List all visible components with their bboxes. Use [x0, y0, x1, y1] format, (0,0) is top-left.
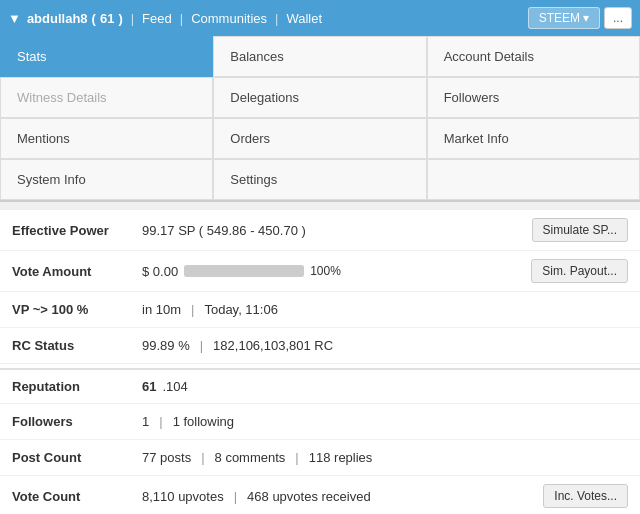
menu-item-balances[interactable]: Balances	[213, 36, 426, 77]
menu-item-market-info[interactable]: Market Info	[427, 118, 640, 159]
followers-sep: |	[159, 414, 162, 429]
rc-value2: 182,106,103,801 RC	[213, 338, 333, 353]
vote-pct-text: 100%	[310, 264, 341, 278]
row-vp: VP ~> 100 % in 10m | Today, 11:06	[0, 292, 640, 328]
post-count-v2: 8 comments	[215, 450, 286, 465]
vote-count-sep: |	[234, 489, 237, 504]
value-rc-status: 99.89 % | 182,106,103,801 RC	[142, 338, 628, 353]
value-vote-amount: $ 0.00 100%	[142, 264, 531, 279]
rep-suffix: .104	[162, 379, 187, 394]
rc-sep: |	[200, 338, 203, 353]
nav-right: STEEM ▾ ...	[528, 7, 632, 29]
menu-item-stats[interactable]: Stats	[0, 36, 213, 77]
platform-arrow: ▾	[583, 11, 589, 25]
value-reputation: 61.104	[142, 379, 628, 394]
label-vote-amount: Vote Amount	[12, 264, 142, 279]
btn-inc-votes[interactable]: Inc. Votes...	[543, 484, 628, 508]
label-post-count: Post Count	[12, 450, 142, 465]
label-effective-power: Effective Power	[12, 223, 142, 238]
menu-item-delegations[interactable]: Delegations	[213, 77, 426, 118]
row-followers: Followers 1 | 1 following	[0, 404, 640, 440]
user-level: 61	[100, 11, 114, 26]
menu-item-empty	[427, 159, 640, 200]
btn-sim-payout[interactable]: Sim. Payout...	[531, 259, 628, 283]
nav-sep-1: |	[131, 11, 134, 26]
nav-link-wallet[interactable]: Wallet	[286, 11, 322, 26]
nav-link-communities[interactable]: Communities	[191, 11, 267, 26]
dots-button[interactable]: ...	[604, 7, 632, 29]
value-effective-power: 99.17 SP ( 549.86 - 450.70 )	[142, 223, 532, 238]
top-nav: ▼ abdullah8 (61) | Feed | Communities | …	[0, 0, 640, 36]
menu-item-mentions[interactable]: Mentions	[0, 118, 213, 159]
menu-item-orders[interactable]: Orders	[213, 118, 426, 159]
label-followers: Followers	[12, 414, 142, 429]
row-reputation: Reputation 61.104	[0, 368, 640, 404]
vote-bar	[184, 265, 304, 277]
rc-value1: 99.89 %	[142, 338, 190, 353]
followers-value1: 1	[142, 414, 149, 429]
vote-count-v2: 468 upvotes received	[247, 489, 371, 504]
label-reputation: Reputation	[12, 379, 142, 394]
stats-content: Effective Power 99.17 SP ( 549.86 - 450.…	[0, 210, 640, 514]
vote-count-v1: 8,110 upvotes	[142, 489, 224, 504]
menu-item-witness-details: Witness Details	[0, 77, 213, 118]
nav-sep-2: |	[180, 11, 183, 26]
post-sep1: |	[201, 450, 204, 465]
platform-label: STEEM	[539, 11, 580, 25]
platform-button[interactable]: STEEM ▾	[528, 7, 600, 29]
post-sep2: |	[295, 450, 298, 465]
value-followers: 1 | 1 following	[142, 414, 628, 429]
followers-value2: 1 following	[173, 414, 234, 429]
row-rc-status: RC Status 99.89 % | 182,106,103,801 RC	[0, 328, 640, 364]
row-post-count: Post Count 77 posts | 8 comments | 118 r…	[0, 440, 640, 476]
menu-grid: Stats Balances Account Details Witness D…	[0, 36, 640, 202]
btn-simulate-sp[interactable]: Simulate SP...	[532, 218, 628, 242]
rep-bold-part: 61	[142, 379, 156, 394]
vp-sep: |	[191, 302, 194, 317]
menu-item-followers[interactable]: Followers	[427, 77, 640, 118]
label-rc-status: RC Status	[12, 338, 142, 353]
menu-item-settings[interactable]: Settings	[213, 159, 426, 200]
value-vote-count: 8,110 upvotes | 468 upvotes received	[142, 489, 543, 504]
vote-bar-fill	[185, 266, 303, 276]
username-text: abdullah8	[27, 11, 88, 26]
vp-value2: Today, 11:06	[204, 302, 277, 317]
nav-link-feed[interactable]: Feed	[142, 11, 172, 26]
row-vote-count: Vote Count 8,110 upvotes | 468 upvotes r…	[0, 476, 640, 514]
post-count-v3: 118 replies	[309, 450, 373, 465]
value-vp: in 10m | Today, 11:06	[142, 302, 628, 317]
nav-username: abdullah8 (61)	[27, 11, 123, 26]
vote-amount-text: $ 0.00	[142, 264, 178, 279]
label-vote-count: Vote Count	[12, 489, 142, 504]
menu-item-account-details[interactable]: Account Details	[427, 36, 640, 77]
vp-value1: in 10m	[142, 302, 181, 317]
row-vote-amount: Vote Amount $ 0.00 100% Sim. Payout...	[0, 251, 640, 292]
row-effective-power: Effective Power 99.17 SP ( 549.86 - 450.…	[0, 210, 640, 251]
value-post-count: 77 posts | 8 comments | 118 replies	[142, 450, 628, 465]
nav-dropdown-icon[interactable]: ▼	[8, 11, 21, 26]
post-count-v1: 77 posts	[142, 450, 191, 465]
menu-item-system-info[interactable]: System Info	[0, 159, 213, 200]
nav-sep-3: |	[275, 11, 278, 26]
label-vp: VP ~> 100 %	[12, 302, 142, 317]
